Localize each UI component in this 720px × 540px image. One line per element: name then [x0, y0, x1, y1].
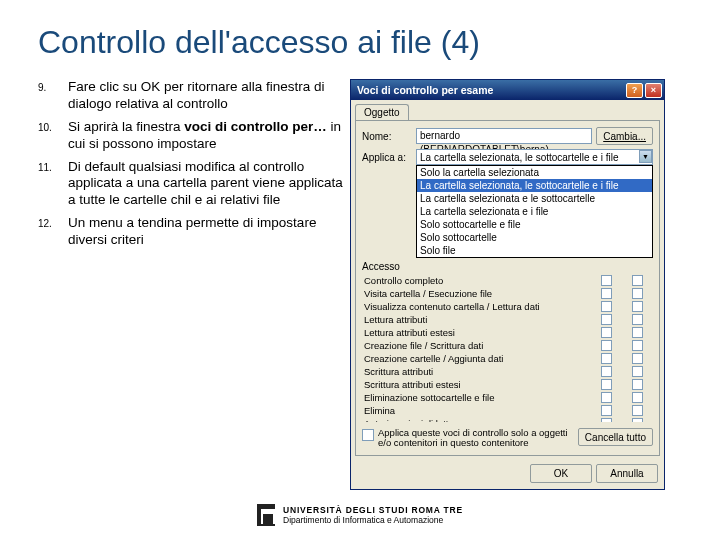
cancel-button[interactable]: Annulla: [596, 464, 658, 483]
tab-object[interactable]: Oggetto: [355, 104, 409, 120]
bullet-num: 12.: [38, 215, 68, 249]
success-checkbox[interactable]: [601, 392, 612, 403]
permission-row: Visualizza contenuto cartella / Lettura …: [362, 300, 653, 313]
apply-dropdown: Solo la cartella selezionataLa cartella …: [416, 165, 653, 258]
permission-row: Lettura attributi: [362, 313, 653, 326]
fail-checkbox[interactable]: [632, 366, 643, 377]
bullet-num: 10.: [38, 119, 68, 153]
apply-label: Applica a:: [362, 152, 416, 163]
success-checkbox[interactable]: [601, 275, 612, 286]
bullet-text: Un menu a tendina permette di impostare …: [68, 215, 346, 249]
success-checkbox[interactable]: [601, 301, 612, 312]
dropdown-option[interactable]: Solo sottocartelle: [417, 231, 652, 244]
fail-checkbox[interactable]: [632, 288, 643, 299]
fail-checkbox[interactable]: [632, 392, 643, 403]
name-field: bernardo (BERNARDOTABLET\berna): [416, 128, 592, 144]
apply-value: La cartella selezionata, le sottocartell…: [420, 152, 618, 163]
close-button[interactable]: ×: [645, 83, 662, 98]
fail-checkbox[interactable]: [632, 327, 643, 338]
permission-row: Visita cartella / Esecuzione file: [362, 287, 653, 300]
success-checkbox[interactable]: [601, 366, 612, 377]
permission-row: Elimina: [362, 404, 653, 417]
dropdown-option[interactable]: La cartella selezionata e le sottocartel…: [417, 192, 652, 205]
success-checkbox[interactable]: [601, 288, 612, 299]
name-label: Nome:: [362, 131, 416, 142]
success-checkbox[interactable]: [601, 418, 612, 422]
fail-checkbox[interactable]: [632, 405, 643, 416]
fail-checkbox[interactable]: [632, 301, 643, 312]
chevron-down-icon[interactable]: ▼: [639, 150, 652, 163]
fail-checkbox[interactable]: [632, 275, 643, 286]
fail-checkbox[interactable]: [632, 379, 643, 390]
permission-row: Eliminazione sottocartelle e file: [362, 391, 653, 404]
permission-row: Autorizzazioni di lettura: [362, 417, 653, 422]
bullet-num: 11.: [38, 159, 68, 210]
ok-button[interactable]: OK: [530, 464, 592, 483]
slide-title: Controllo dell'accesso ai file (4): [0, 0, 720, 79]
fail-checkbox[interactable]: [632, 340, 643, 351]
permission-row: Scrittura attributi estesi: [362, 378, 653, 391]
permission-row: Scrittura attributi: [362, 365, 653, 378]
change-button[interactable]: Cambia...: [596, 127, 653, 145]
bullet-text: Di default qualsiasi modifica al control…: [68, 159, 346, 210]
dropdown-option[interactable]: La cartella selezionata, le sottocartell…: [417, 179, 652, 192]
fail-checkbox[interactable]: [632, 418, 643, 422]
footer: UNIVERSITÀ DEGLI STUDI ROMA TRE Dipartim…: [0, 504, 720, 526]
apply-combo[interactable]: La cartella selezionata, le sottocartell…: [416, 149, 653, 165]
fail-checkbox[interactable]: [632, 314, 643, 325]
propagate-checkbox[interactable]: [362, 429, 374, 441]
footer-line1: UNIVERSITÀ DEGLI STUDI ROMA TRE: [283, 505, 463, 515]
bullet-list: 9.Fare clic su OK per ritornare alla fin…: [38, 79, 346, 490]
dropdown-option[interactable]: Solo la cartella selezionata: [417, 166, 652, 179]
permission-row: Creazione cartelle / Aggiunta dati: [362, 352, 653, 365]
dropdown-option[interactable]: La cartella selezionata e i file: [417, 205, 652, 218]
titlebar[interactable]: Voci di controllo per esame ? ×: [351, 80, 664, 100]
university-logo: [257, 504, 275, 526]
bullet-num: 9.: [38, 79, 68, 113]
bullet-text: Fare clic su OK per ritornare alla fines…: [68, 79, 346, 113]
dropdown-option[interactable]: Solo sottocartelle e file: [417, 218, 652, 231]
footer-line2: Dipartimento di Informatica e Automazion…: [283, 515, 463, 525]
fail-checkbox[interactable]: [632, 353, 643, 364]
success-checkbox[interactable]: [601, 353, 612, 364]
audit-entry-dialog: Voci di controllo per esame ? × Oggetto …: [350, 79, 665, 490]
success-checkbox[interactable]: [601, 327, 612, 338]
clear-all-button[interactable]: Cancella tutto: [578, 428, 653, 446]
success-checkbox[interactable]: [601, 405, 612, 416]
dropdown-option[interactable]: Solo file: [417, 244, 652, 257]
dialog-title: Voci di controllo per esame: [357, 84, 624, 96]
success-checkbox[interactable]: [601, 379, 612, 390]
access-label: Accesso: [362, 261, 653, 272]
propagate-label: Applica queste voci di controllo solo a …: [378, 428, 574, 449]
success-checkbox[interactable]: [601, 340, 612, 351]
permission-row: Lettura attributi estesi: [362, 326, 653, 339]
permissions-list: Controllo completoVisita cartella / Esec…: [362, 274, 653, 422]
permission-row: Creazione file / Scrittura dati: [362, 339, 653, 352]
permission-row: Controllo completo: [362, 274, 653, 287]
help-button[interactable]: ?: [626, 83, 643, 98]
bullet-text: Si aprirà la finestra voci di controllo …: [68, 119, 346, 153]
success-checkbox[interactable]: [601, 314, 612, 325]
